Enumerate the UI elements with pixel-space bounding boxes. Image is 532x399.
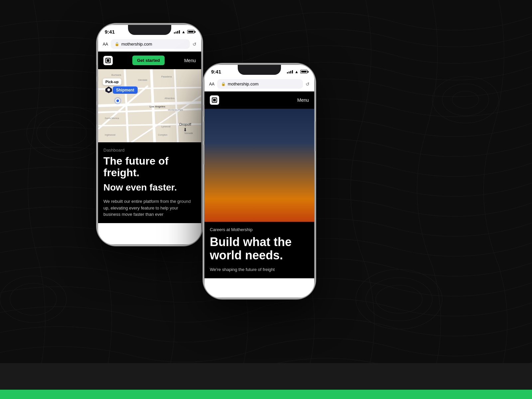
url-pill-2[interactable]: 🔒 mothership.com (217, 79, 303, 89)
careers-body: We're shaping the future of freight (210, 266, 309, 273)
headline-1: The future of freight. (103, 155, 196, 179)
signal-icon-1 (174, 30, 180, 34)
svg-text:Burbank: Burbank (111, 73, 122, 76)
battery-icon-1 (187, 30, 195, 34)
lock-icon-1: 🔒 (115, 42, 119, 46)
url-pill-1[interactable]: 🔒 mothership.com (111, 39, 190, 49)
phone-2-screen: 9:41 ▲ AA 🔒 (204, 65, 314, 298)
refresh-icon-2[interactable]: ↺ (306, 81, 310, 87)
aa-text-1: AA (103, 42, 108, 47)
careers-label: Careers at Mothership (210, 227, 309, 232)
svg-text:Pasadena: Pasadena (161, 75, 172, 78)
dropoff-area: Dropoff ⬇ (179, 121, 191, 132)
body-text-1: We rebuilt our entire platform from the … (103, 198, 196, 218)
dropoff-label-text: Dropoff (179, 122, 191, 126)
power-button (201, 81, 202, 111)
notch-1 (128, 25, 171, 35)
status-time-1: 9:41 (105, 29, 115, 35)
pickup-label: Pick-up (103, 78, 121, 85)
wifi-icon-1: ▲ (182, 30, 186, 34)
map-area-1: Burbank Glendale Pasadena Alhambra Los A… (98, 69, 201, 142)
svg-text:Monterey Park: Monterey Park (168, 109, 183, 111)
status-icons-2: ▲ (287, 69, 308, 74)
address-bar-2[interactable]: AA 🔒 mothership.com ↺ (204, 76, 314, 91)
notch-2 (238, 65, 281, 75)
svg-text:Los Angeles: Los Angeles (150, 105, 166, 108)
app-navbar-2: Menu (204, 91, 314, 109)
content-area-1: Dashboard The future of freight. Now eve… (98, 142, 201, 223)
get-started-button[interactable]: Get started (132, 56, 165, 65)
menu-button-2[interactable]: Menu (297, 97, 309, 103)
subheadline-1: Now even faster. (103, 183, 196, 193)
address-bar-1[interactable]: AA 🔒 mothership.com ↺ (98, 37, 201, 52)
location-dot (114, 97, 121, 104)
svg-text:Lynwood: Lynwood (161, 125, 171, 128)
signal-icon-2 (287, 70, 293, 73)
mothership-logo-1 (103, 56, 113, 65)
svg-text:Santa Monica: Santa Monica (105, 117, 119, 119)
shipment-label: Shipment (113, 86, 138, 94)
phones-container: 9:41 ▲ AA 🔒 (0, 0, 532, 399)
careers-headline: Build what the world needs. (210, 235, 309, 262)
menu-button-1[interactable]: Menu (184, 58, 196, 63)
mothership-logo-2 (210, 95, 219, 105)
status-time-2: 9:41 (211, 69, 221, 74)
phone-1: 9:41 ▲ AA 🔒 (98, 25, 201, 244)
url-text-1: mothership.com (121, 42, 152, 47)
url-text-2: mothership.com (228, 81, 258, 86)
dropoff-arrow: ⬇ (179, 127, 191, 132)
phone-1-screen: 9:41 ▲ AA 🔒 (98, 25, 201, 244)
svg-text:Glendale: Glendale (138, 79, 147, 81)
app-navbar-1: Get started Menu (98, 52, 201, 69)
content-area-2: Careers at Mothership Build what the wor… (204, 222, 314, 278)
battery-icon-2 (300, 70, 308, 73)
phone-2: 9:41 ▲ AA 🔒 (204, 65, 314, 298)
svg-text:Compton: Compton (158, 134, 168, 136)
dashboard-label: Dashboard (103, 148, 196, 153)
lock-icon-2: 🔒 (221, 82, 226, 86)
svg-text:Alhambra: Alhambra (165, 97, 175, 99)
refresh-icon-1[interactable]: ↺ (193, 42, 197, 47)
svg-text:Norwalk: Norwalk (185, 132, 193, 134)
wifi-icon-2: ▲ (295, 69, 299, 74)
svg-text:Inglewood: Inglewood (105, 134, 115, 136)
power-button-2 (314, 121, 316, 151)
aa-text-2: AA (209, 82, 214, 86)
status-icons-1: ▲ (174, 30, 195, 34)
careers-image (204, 109, 314, 222)
